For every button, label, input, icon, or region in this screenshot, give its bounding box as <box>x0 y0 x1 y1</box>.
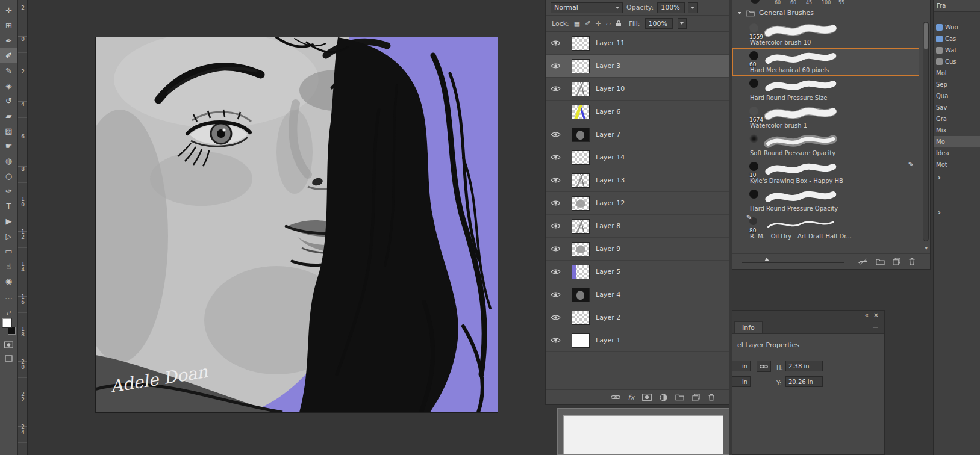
layer-thumbnail[interactable] <box>572 311 590 325</box>
blend-mode-dropdown[interactable]: Normal <box>551 2 623 13</box>
brush-group-item[interactable]: Sep <box>934 79 980 90</box>
swap-colors-icon[interactable]: ⇄ <box>0 308 17 317</box>
brush-group-item[interactable]: Woo <box>934 22 980 33</box>
tool-button[interactable] <box>0 108 17 123</box>
quick-mask-icon[interactable] <box>0 341 17 348</box>
brush-group-item[interactable]: Cas <box>934 33 980 45</box>
layer-visibility-toggle[interactable] <box>546 192 566 214</box>
brushes-scrollbar[interactable] <box>923 22 929 241</box>
tool-button[interactable] <box>0 214 17 229</box>
tool-button[interactable] <box>0 78 17 93</box>
brush-group-item[interactable]: Mo <box>934 136 980 147</box>
new-group-icon[interactable] <box>675 394 684 401</box>
adjustment-layer-icon[interactable] <box>660 394 667 401</box>
layer-thumbnail[interactable] <box>572 82 590 96</box>
delete-layer-icon[interactable] <box>708 394 715 401</box>
layer-visibility-toggle[interactable] <box>546 169 566 191</box>
tool-button[interactable] <box>0 184 17 199</box>
brush-preset[interactable]: Soft Round Pressure Opacity ✎ <box>732 131 919 159</box>
scroll-down-icon[interactable]: ▾ <box>925 246 928 251</box>
clipped-panel-tab[interactable]: Fra <box>934 0 980 12</box>
tool-button[interactable] <box>0 18 17 33</box>
layer-row[interactable]: Layer 9 <box>546 238 729 261</box>
layer-visibility-toggle[interactable] <box>546 101 566 123</box>
layer-row[interactable]: Layer 8 <box>546 215 729 238</box>
layer-row[interactable]: Layer 5 <box>546 261 729 283</box>
layer-visibility-toggle[interactable] <box>546 238 566 260</box>
tool-button[interactable] <box>0 138 17 153</box>
x-position-field[interactable]: in <box>732 376 751 387</box>
layer-row[interactable]: Layer 2 <box>546 306 729 329</box>
close-panel-icon[interactable]: × <box>873 311 879 319</box>
vertical-ruler[interactable]: 2024681012141618202224 <box>18 0 28 455</box>
tool-button[interactable] <box>0 33 17 48</box>
layer-row[interactable]: Layer 4 <box>546 283 729 306</box>
layer-row[interactable]: Layer 14 <box>546 146 729 169</box>
lock-paint-icon[interactable]: ✐ <box>585 20 590 28</box>
layer-visibility-toggle[interactable] <box>546 146 566 169</box>
link-layers-icon[interactable] <box>611 395 620 400</box>
brush-group-item[interactable]: Cus <box>934 56 980 67</box>
layer-row[interactable]: Layer 12 <box>546 192 729 215</box>
width-field[interactable]: in <box>732 361 751 371</box>
lock-position-icon[interactable]: ✛ <box>595 20 601 28</box>
tab-info[interactable]: Info <box>734 321 763 333</box>
lock-transparency-icon[interactable]: ▦ <box>574 20 580 28</box>
tool-button[interactable] <box>0 244 17 259</box>
layer-row[interactable]: Layer 10 <box>546 78 729 101</box>
delete-brush-icon[interactable] <box>908 258 916 265</box>
y-position-field[interactable]: 20.26 in <box>785 376 823 387</box>
new-brush-icon[interactable] <box>893 258 900 265</box>
layer-thumbnail[interactable] <box>572 36 590 51</box>
lock-all-icon[interactable] <box>616 20 622 27</box>
brush-group-item[interactable]: Gra <box>934 113 980 125</box>
brush-group-item[interactable]: Mix <box>934 125 980 136</box>
layer-row[interactable]: Layer 1 <box>546 329 729 352</box>
tool-button[interactable] <box>0 169 17 184</box>
brush-group-header[interactable]: General Brushes <box>732 6 930 20</box>
stroke-preview-toggle-icon[interactable] <box>858 258 868 265</box>
brush-group-item[interactable]: Qua <box>934 90 980 102</box>
layer-visibility-toggle[interactable] <box>546 123 566 146</box>
tool-button[interactable] <box>0 48 17 63</box>
brush-preset[interactable]: 1559 Watercolor brush 10 ✎ <box>732 20 919 48</box>
foreground-color-swatch[interactable] <box>2 318 11 327</box>
layer-thumbnail[interactable] <box>572 59 590 73</box>
tool-button[interactable] <box>0 289 17 304</box>
brush-group-item[interactable]: Mot <box>934 159 980 170</box>
lock-artboard-icon[interactable]: ▱ <box>606 20 611 28</box>
layer-row[interactable]: Layer 6 <box>546 101 729 123</box>
document-preview[interactable] <box>557 408 729 455</box>
brush-group-item[interactable]: Idea <box>934 147 980 159</box>
layer-row[interactable]: Layer 3 <box>546 55 729 78</box>
document-canvas[interactable]: Adele Doan <box>96 37 498 412</box>
layer-thumbnail[interactable] <box>572 265 590 279</box>
expand-chevron-icon[interactable]: › <box>938 208 941 217</box>
layer-thumbnail[interactable] <box>572 333 590 348</box>
brush-group-item[interactable]: Sav <box>934 102 980 113</box>
new-brush-group-icon[interactable] <box>876 258 885 265</box>
layer-thumbnail[interactable] <box>572 173 590 188</box>
background-color-swatch[interactable] <box>8 327 16 335</box>
fill-dropdown-button[interactable] <box>678 18 687 29</box>
brush-preset[interactable]: 60 Hard Mechanical 60 pixels ✎ <box>732 48 919 76</box>
layer-visibility-toggle[interactable] <box>546 306 566 329</box>
brush-preset[interactable]: 10 Kyle's Drawing Box - Happy HB ✎ <box>732 159 919 187</box>
brush-group-item[interactable]: Wat <box>934 45 980 56</box>
tool-button[interactable] <box>0 229 17 244</box>
layer-visibility-toggle[interactable] <box>546 261 566 283</box>
brush-preset[interactable]: 1674 Watercolor brush 1 ✎ <box>732 104 919 131</box>
layer-thumbnail[interactable] <box>572 288 590 302</box>
link-dimensions-icon[interactable] <box>757 361 771 372</box>
layer-visibility-toggle[interactable] <box>546 32 566 54</box>
expand-chevron-icon[interactable]: › <box>938 173 941 182</box>
layer-row[interactable]: Layer 7 <box>546 123 729 146</box>
layer-thumbnail[interactable] <box>572 150 590 165</box>
brush-size-slider[interactable] <box>742 262 844 263</box>
brush-preset[interactable]: Hard Round Pressure Size ✎ <box>732 76 919 104</box>
tool-button[interactable] <box>0 153 17 169</box>
height-field[interactable]: 2.38 in <box>785 361 823 371</box>
color-swatches[interactable] <box>2 318 16 335</box>
layer-row[interactable]: Layer 13 <box>546 169 729 192</box>
tool-button[interactable] <box>0 274 17 289</box>
